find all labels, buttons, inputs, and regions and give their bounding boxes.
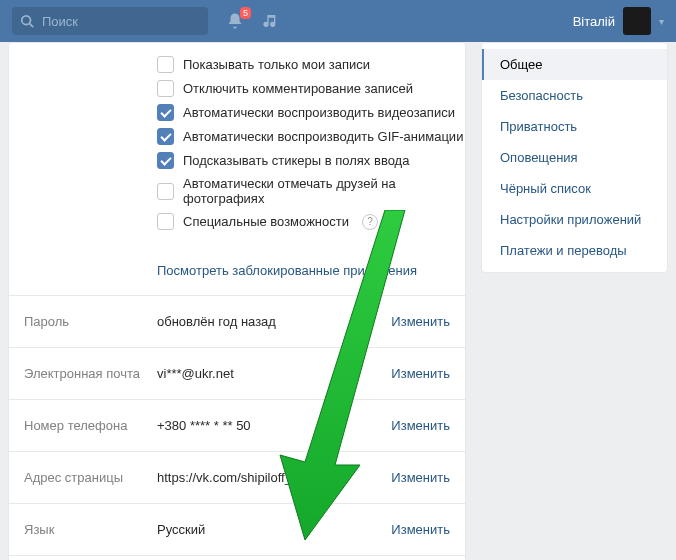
- label-phone: Номер телефона: [24, 418, 157, 433]
- row-phone: Номер телефона +380 **** * ** 50 Изменит…: [9, 399, 465, 451]
- side-privacy[interactable]: Приватность: [482, 111, 667, 142]
- label-password: Пароль: [24, 314, 157, 329]
- chk-accessibility[interactable]: Специальные возможности?: [157, 213, 465, 230]
- help-icon[interactable]: ?: [362, 214, 378, 230]
- label-language: Язык: [24, 522, 157, 537]
- value-url: https://vk.com/shipiloff_vitalik: [157, 470, 391, 485]
- delete-footer: Вы можете удалить свою страницу.: [9, 555, 465, 560]
- avatar: [623, 7, 651, 35]
- search-box[interactable]: [12, 7, 208, 35]
- side-payments[interactable]: Платежи и переводы: [482, 235, 667, 266]
- side-blacklist[interactable]: Чёрный список: [482, 173, 667, 204]
- chk-autoplay-video[interactable]: Автоматически воспроизводить видеозаписи: [157, 104, 465, 121]
- general-checkboxes: Показывать только мои записи Отключить к…: [9, 43, 465, 251]
- svg-line-1: [30, 24, 34, 28]
- side-apps[interactable]: Настройки приложений: [482, 204, 667, 235]
- row-language: Язык Русский Изменить: [9, 503, 465, 555]
- chk-disable-comments[interactable]: Отключить комментирование записей: [157, 80, 465, 97]
- settings-sidebar: Общее Безопасность Приватность Оповещени…: [481, 42, 668, 273]
- search-input[interactable]: [40, 13, 164, 30]
- label-email: Электронная почта: [24, 366, 157, 381]
- value-language: Русский: [157, 522, 391, 537]
- chevron-down-icon: ▾: [659, 16, 664, 27]
- change-language[interactable]: Изменить: [391, 522, 450, 537]
- label-url: Адрес страницы: [24, 470, 157, 485]
- value-password: обновлён год назад: [157, 314, 391, 329]
- change-url[interactable]: Изменить: [391, 470, 450, 485]
- notif-badge: 5: [240, 7, 251, 19]
- value-email: vi***@ukr.net: [157, 366, 391, 381]
- music-icon[interactable]: [262, 13, 278, 29]
- value-phone: +380 **** * ** 50: [157, 418, 391, 433]
- side-security[interactable]: Безопасность: [482, 80, 667, 111]
- row-email: Электронная почта vi***@ukr.net Изменить: [9, 347, 465, 399]
- user-menu[interactable]: Віталій ▾: [573, 7, 664, 35]
- change-password[interactable]: Изменить: [391, 314, 450, 329]
- chk-autoplay-gif[interactable]: Автоматически воспроизводить GIF-анимаци…: [157, 128, 465, 145]
- blocked-apps-link[interactable]: Посмотреть заблокированные приложения: [157, 263, 417, 278]
- topbar: 5 Віталій ▾: [0, 0, 676, 42]
- username: Віталій: [573, 14, 615, 29]
- change-email[interactable]: Изменить: [391, 366, 450, 381]
- chk-stickers[interactable]: Подсказывать стикеры в полях ввода: [157, 152, 465, 169]
- svg-point-0: [22, 16, 31, 25]
- side-general[interactable]: Общее: [482, 49, 667, 80]
- row-password: Пароль обновлён год назад Изменить: [9, 295, 465, 347]
- row-url: Адрес страницы https://vk.com/shipiloff_…: [9, 451, 465, 503]
- chk-own-posts[interactable]: Показывать только мои записи: [157, 56, 465, 73]
- chk-tag-friends[interactable]: Автоматически отмечать друзей на фотогра…: [157, 176, 465, 206]
- settings-panel: Показывать только мои записи Отключить к…: [8, 42, 466, 560]
- notifications-icon[interactable]: 5: [226, 12, 244, 30]
- change-phone[interactable]: Изменить: [391, 418, 450, 433]
- side-notifications[interactable]: Оповещения: [482, 142, 667, 173]
- search-icon: [20, 14, 34, 28]
